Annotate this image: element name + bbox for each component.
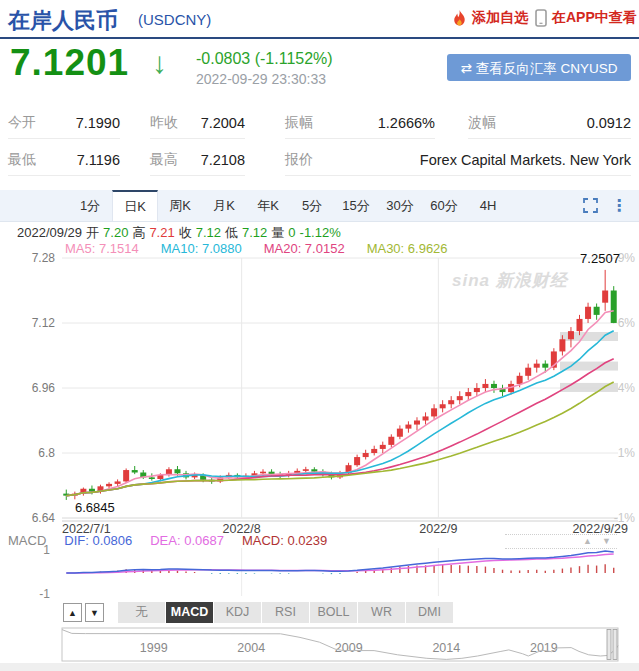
macd-y-bottom-label: -1: [39, 587, 50, 601]
view-in-app-button[interactable]: 在APP中查看: [535, 9, 637, 27]
candle-body: [260, 472, 266, 474]
stats-label: 波幅: [468, 114, 496, 132]
view-in-app-label: 在APP中查看: [552, 9, 637, 27]
panel-down-icon[interactable]: ▼: [602, 536, 611, 546]
candle-body: [585, 307, 591, 319]
candle-body: [525, 368, 531, 376]
stats-cell: 报价Forex Capital Markets. New York: [285, 145, 631, 176]
navigator-year-label: 2004: [237, 641, 265, 655]
ohlc-segment: 0: [288, 225, 295, 240]
ma-right-tag: [560, 362, 618, 371]
indicator-up-button[interactable]: ▲: [63, 603, 82, 622]
y-axis-label: 7.28: [32, 251, 56, 265]
indicator-tab-bar: ▲▼无MACDKDJRSIBOLLWRDMI: [0, 602, 639, 624]
navigator-year-label: 2009: [335, 641, 363, 655]
candle-body: [542, 364, 548, 368]
page-header: 在岸人民币 (USDCNY) 添加自选 在APP中查看: [0, 0, 639, 39]
y-axis-label: 6.96: [32, 381, 56, 395]
period-tab-4H[interactable]: 4H: [466, 190, 510, 221]
price-down-arrow-icon: ↓: [152, 46, 167, 80]
candle-body: [474, 388, 480, 392]
y-axis-right-label: 9%: [618, 251, 636, 265]
flame-icon: [452, 10, 467, 27]
indicator-tab-无[interactable]: 无: [118, 602, 165, 623]
period-tab-日K[interactable]: 日K: [112, 190, 158, 221]
navigator-handle[interactable]: [613, 630, 617, 660]
indicator-tab-WR[interactable]: WR: [358, 602, 405, 623]
candle-body: [517, 376, 523, 384]
stats-value: Forex Capital Markets. New York: [420, 152, 631, 168]
period-tab-5分[interactable]: 5分: [290, 190, 334, 221]
candle-body: [388, 437, 394, 445]
stats-label: 振幅: [285, 114, 313, 132]
candle-body: [534, 364, 540, 368]
candle-body: [611, 291, 617, 323]
candle-body: [559, 339, 565, 351]
indicator-down-button[interactable]: ▼: [85, 603, 104, 622]
navigator-handle[interactable]: [607, 630, 611, 660]
candle-body: [149, 477, 155, 479]
ohlc-segment: 开: [86, 225, 99, 240]
period-tab-15分[interactable]: 15分: [334, 190, 378, 221]
ohlc-segment: 7.21: [149, 225, 174, 240]
ohlc-segment: -1.12%: [300, 225, 341, 240]
stats-cell: 振幅1.2666%: [285, 108, 435, 139]
candle-body: [431, 408, 437, 416]
last-price: 7.1201: [10, 42, 129, 84]
stats-value: 7.1990: [76, 115, 120, 131]
candle-body: [89, 489, 95, 492]
macd-line: [66, 551, 613, 573]
indicator-tab-RSI[interactable]: RSI: [262, 602, 309, 623]
stats-cell: 今开7.1990: [8, 108, 120, 139]
stats-label: 最低: [8, 151, 36, 169]
y-axis-label: 7.12: [32, 316, 56, 330]
candlestick-chart[interactable]: 7.289%7.126%6.964%6.81%6.64-1%2022/7/120…: [0, 250, 639, 602]
candle-body: [594, 307, 600, 315]
period-tab-月K[interactable]: 月K: [202, 190, 246, 221]
candle-body: [311, 469, 317, 471]
period-tab-60分[interactable]: 60分: [422, 190, 466, 221]
candle-body: [602, 291, 608, 303]
candle-body: [414, 421, 420, 425]
add-watchlist-button[interactable]: 添加自选: [452, 9, 528, 27]
candle-body: [423, 416, 429, 420]
ma5-line: [66, 311, 613, 496]
fullscreen-icon[interactable]: [583, 198, 598, 213]
reverse-rate-button[interactable]: ⇄ 查看反向汇率 CNYUSD: [447, 54, 631, 81]
candle-body: [123, 470, 129, 481]
candle-body: [106, 484, 112, 486]
stats-value: 7.1196: [77, 152, 120, 168]
panel-up-icon[interactable]: ▲: [583, 536, 592, 546]
navigator-year-label: 2019: [530, 641, 558, 655]
ohlc-segment: 7.20: [103, 225, 128, 240]
period-tab-30分[interactable]: 30分: [378, 190, 422, 221]
indicator-tab-DMI[interactable]: DMI: [406, 602, 453, 623]
period-tab-周K[interactable]: 周K: [158, 190, 202, 221]
price-change: -0.0803 (-1.1152%): [196, 50, 333, 68]
candle-body: [174, 469, 180, 473]
ohlc-segment: 高: [132, 225, 145, 240]
y-axis-right-label: 6%: [618, 316, 636, 330]
stats-value: 0.0912: [587, 115, 631, 131]
candle-body: [354, 457, 360, 465]
period-tab-年K[interactable]: 年K: [246, 190, 290, 221]
indicator-tab-KDJ[interactable]: KDJ: [214, 602, 261, 623]
candle-body: [371, 449, 377, 453]
x-axis-label: 2022/9: [419, 522, 457, 536]
add-watchlist-label: 添加自选: [472, 9, 528, 27]
history-navigator[interactable]: 19992004200920142019: [0, 626, 639, 666]
candle-body: [303, 469, 309, 471]
dea-value: DEA: 0.0687: [150, 533, 224, 548]
period-tab-1分[interactable]: 1分: [68, 190, 112, 221]
candle-body: [457, 396, 463, 400]
period-tab-bar: 1分日K周K月K年K5分15分30分60分4H: [0, 190, 639, 222]
more-options-icon[interactable]: ⋮: [611, 196, 627, 215]
y-axis-right-label: 4%: [618, 381, 636, 395]
indicator-tab-MACD[interactable]: MACD: [166, 602, 213, 623]
candle-body: [132, 470, 138, 472]
candle-body: [363, 453, 369, 457]
bottom-band: [0, 663, 639, 671]
indicator-tab-BOLL[interactable]: BOLL: [310, 602, 357, 623]
ohlc-segment: 低: [225, 225, 238, 240]
candle-body: [577, 319, 583, 331]
